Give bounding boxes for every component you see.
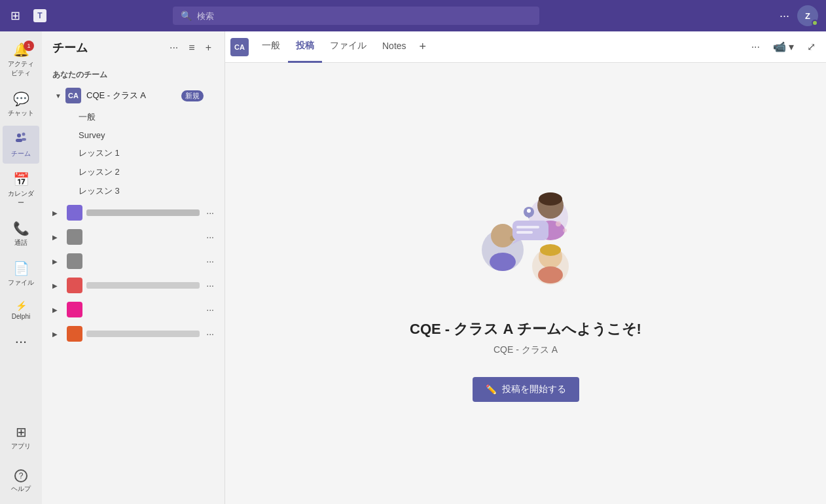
team-more-blurred-1[interactable]: ···	[204, 206, 217, 219]
team-chevron-icon: ▼	[55, 92, 63, 99]
delphi-icon: ⚡	[16, 300, 27, 311]
sidebar-item-activity[interactable]: 🔔 アクティビティ 1	[3, 37, 39, 83]
sidebar-item-teams[interactable]: チーム	[3, 126, 39, 164]
content-area: CA 一般 投稿 ファイル Notes + ··· 📹 ▾ ⤢	[225, 31, 826, 504]
sidebar-title: チーム	[52, 40, 162, 56]
sidebar-filter-button[interactable]: ≡	[186, 39, 197, 56]
team-avatar-blurred-1	[67, 205, 82, 221]
main-content: CQE - クラス A チームへようこそ! CQE - クラス A ✏️ 投稿を…	[225, 63, 826, 504]
team-item-blurred-6[interactable]: ▶ ···	[45, 322, 222, 346]
chevron-icon: ▶	[52, 282, 60, 289]
content-header: CA 一般 投稿 ファイル Notes + ··· 📹 ▾ ⤢	[225, 31, 826, 63]
welcome-title: CQE - クラス A チームへようこそ!	[410, 319, 641, 339]
sidebar-more-button[interactable]: ···	[167, 39, 181, 56]
sidebar-item-calls[interactable]: 📞 通話	[3, 215, 39, 253]
header-actions: ··· 📹 ▾ ⤢	[746, 37, 821, 57]
svg-point-3	[22, 133, 26, 136]
svg-point-17	[538, 266, 563, 283]
tab-files[interactable]: ファイル	[322, 31, 374, 63]
main-layout: 🔔 アクティビティ 1 💬 チャット チーム 📅 カレンダー 📞	[0, 31, 826, 504]
video-call-button[interactable]: 📹 ▾	[768, 37, 799, 57]
sidebar-item-help[interactable]: ? ヘルプ	[3, 464, 39, 499]
team-item-blurred-3[interactable]: ▶ ···	[45, 249, 222, 273]
channel-item-lesson3[interactable]: レッスン 3	[45, 182, 222, 200]
svg-rect-5	[22, 138, 26, 141]
sidebar-item-more[interactable]: ···	[3, 328, 39, 355]
team-item-cqe[interactable]: ▼ CA CQE - クラス A 新規 ···	[45, 84, 222, 107]
team-avatar-blurred-6	[67, 326, 82, 342]
sidebar-item-files[interactable]: 📄 ファイル	[3, 255, 39, 293]
team-avatar-blurred-3	[67, 253, 82, 269]
sidebar-item-apps[interactable]: ⊞ アプリ	[3, 419, 39, 456]
sidebar-add-button[interactable]: +	[203, 39, 214, 56]
sidebar-item-delphi[interactable]: ⚡ Delphi	[3, 295, 39, 325]
team-item-blurred-1[interactable]: ▶ ···	[45, 201, 222, 225]
svg-rect-18	[512, 221, 548, 240]
tab-notes[interactable]: Notes	[374, 31, 414, 63]
tab-ippan[interactable]: 一般	[254, 31, 288, 63]
expand-button[interactable]: ⤢	[802, 37, 821, 57]
avatar-status	[812, 20, 818, 26]
activity-badge: 1	[24, 41, 34, 51]
team-avatar-ca: CA	[65, 88, 81, 103]
more-icon: ···	[15, 333, 27, 350]
tab-tosho[interactable]: 投稿	[288, 31, 322, 63]
channel-item-survey[interactable]: Survey	[45, 127, 222, 143]
svg-text:T: T	[37, 11, 43, 20]
chevron-icon: ▶	[52, 234, 60, 241]
channel-avatar: CA	[230, 38, 249, 56]
sidebar-item-calendar[interactable]: 📅 カレンダー	[3, 166, 39, 213]
chevron-icon: ▶	[52, 258, 60, 265]
svg-rect-21	[516, 231, 533, 234]
chevron-icon: ▶	[52, 331, 60, 338]
team-item-blurred-5[interactable]: ▶ ···	[45, 298, 222, 321]
svg-point-12	[539, 192, 562, 206]
sidebar-content: あなたのチーム ▼ CA CQE - クラス A 新規 ··· 一般 Surve…	[42, 64, 224, 504]
topbar: ⊞ T 🔍 ··· Z	[0, 0, 826, 31]
team-more-blurred-5[interactable]: ···	[204, 303, 217, 316]
svg-rect-20	[516, 226, 539, 228]
svg-point-26	[563, 228, 567, 232]
teams-icon	[14, 131, 27, 147]
team-more-blurred-6[interactable]: ···	[204, 327, 217, 340]
channel-item-lesson2[interactable]: レッスン 2	[45, 163, 222, 181]
avatar[interactable]: Z	[797, 5, 818, 26]
team-more-blurred-3[interactable]: ···	[204, 255, 217, 268]
calendar-icon: 📅	[13, 171, 29, 187]
team-item-blurred-2[interactable]: ▶ ···	[45, 225, 222, 249]
video-icon: 📹	[773, 41, 786, 53]
start-post-button[interactable]: ✏️ 投稿を開始する	[473, 377, 579, 402]
sidebar-actions: ··· ≡ +	[167, 39, 214, 56]
tab-list: 一般 投稿 ファイル Notes +	[254, 31, 744, 63]
channel-item-ippan[interactable]: 一般	[45, 108, 222, 126]
search-input[interactable]	[197, 11, 531, 21]
svg-point-16	[540, 244, 561, 256]
team-avatar-blurred-2	[67, 229, 82, 245]
tab-add-button[interactable]: +	[414, 31, 432, 63]
blurred-text-6	[86, 331, 200, 337]
grid-icon[interactable]: ⊞	[8, 6, 23, 26]
sidebar: チーム ··· ≡ + あなたのチーム ▼ CA CQE - クラス A 新規 …	[42, 31, 225, 504]
header-more-button[interactable]: ···	[746, 37, 765, 57]
blurred-text-1	[86, 209, 200, 216]
channel-item-lesson1[interactable]: レッスン 1	[45, 144, 222, 162]
help-icon: ?	[14, 469, 27, 482]
sidebar-item-chat[interactable]: 💬 チャット	[3, 86, 39, 123]
files-icon: 📄	[13, 261, 29, 276]
team-item-blurred-4[interactable]: ▶ ···	[45, 274, 222, 297]
team-more-blurred-2[interactable]: ···	[204, 230, 217, 243]
team-more-blurred-4[interactable]: ···	[204, 279, 217, 292]
welcome-illustration	[454, 165, 598, 309]
search-icon: 🔍	[181, 10, 192, 21]
chevron-icon: ▶	[52, 209, 60, 217]
topbar-right: ··· Z	[780, 5, 818, 26]
topbar-more-button[interactable]: ···	[780, 9, 789, 23]
left-nav: 🔔 アクティビティ 1 💬 チャット チーム 📅 カレンダー 📞	[0, 31, 42, 504]
edit-icon: ✏️	[486, 384, 497, 395]
svg-rect-4	[16, 139, 22, 142]
calls-icon: 📞	[13, 221, 29, 236]
svg-point-2	[17, 134, 21, 137]
search-bar[interactable]: 🔍	[173, 7, 539, 25]
welcome-subtitle: CQE - クラス A	[410, 344, 641, 356]
chevron-down-icon: ▾	[789, 41, 794, 53]
